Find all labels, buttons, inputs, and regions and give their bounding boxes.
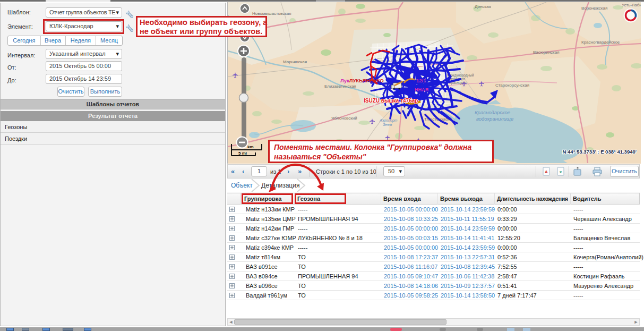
svg-text:Краснодарское: Краснодарское <box>475 109 510 115</box>
svg-text:12/1: 12/1 <box>416 78 426 83</box>
svg-text:Красногвардейское: Красногвардейское <box>581 40 620 45</box>
svg-text:водохранилище: водохранилище <box>476 116 513 122</box>
svg-text:Энем: Энем <box>383 123 392 126</box>
svg-text:ННАЯ: ННАЯ <box>415 87 428 92</box>
svg-text:Марьянская: Марьянская <box>283 60 307 64</box>
svg-text:ISUZU вышка т476ар: ISUZU вышка т476ар <box>364 98 418 104</box>
svg-text:Воронежская: Воронежская <box>581 6 607 11</box>
svg-text:ЛукЛУКЬЯНЕНКО: ЛукЛУКЬЯНЕНКО <box>340 78 384 83</box>
svg-text:Усть-Лабин: Усть-Лабин <box>622 3 641 7</box>
svg-text:x: x <box>560 169 562 174</box>
svg-text:Старокорсунская: Старокорсунская <box>495 83 529 88</box>
svg-text:Динская: Динская <box>475 4 491 9</box>
svg-text:A: A <box>545 169 548 174</box>
svg-text:5 mi: 5 mi <box>238 151 247 156</box>
svg-text:Яблоновский: Яблоновский <box>331 116 357 121</box>
svg-text:Васюринская: Васюринская <box>533 50 560 55</box>
svg-text:Елизаветинская: Елизаветинская <box>324 84 356 89</box>
svg-text:N 44° 53.3733' : E 038° 41.394: N 44° 53.3733' : E 038° 41.3940' <box>563 149 637 155</box>
svg-text:Аэропорт: Аэропорт <box>379 118 398 123</box>
svg-text:Новомышастовская: Новомышастовская <box>252 11 291 16</box>
svg-text:km: km <box>247 145 254 149</box>
